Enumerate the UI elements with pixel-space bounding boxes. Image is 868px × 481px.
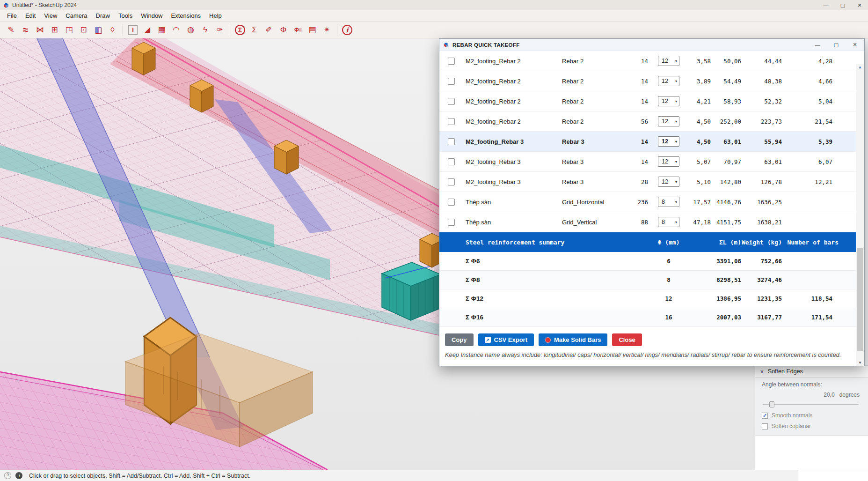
- corner-bars-icon[interactable]: ◳: [63, 23, 75, 36]
- schedule-table-icon[interactable]: ▤: [306, 23, 319, 36]
- chevron-down-icon: ▾: [675, 180, 679, 184]
- menu-item-tools[interactable]: Tools: [114, 10, 137, 21]
- diameter-select[interactable]: 12 ▾: [658, 156, 679, 167]
- row-count: 236: [617, 199, 648, 206]
- soften-edges-body: Angle between normals: 20,0degrees ✓ Smo…: [755, 377, 868, 434]
- menu-item-edit[interactable]: Edit: [21, 10, 40, 21]
- row-type: Rebar 3: [562, 138, 617, 145]
- row-type: Rebar 2: [562, 118, 617, 125]
- dialog-titlebar[interactable]: REBAR QUICK TAKEOFF — ▢ ✕: [439, 39, 864, 51]
- diameter-list-icon[interactable]: Φ≡: [292, 23, 304, 36]
- dome-mesh-icon[interactable]: ◍: [184, 23, 197, 36]
- takeoff-selection-icon[interactable]: Ʃ: [248, 23, 261, 36]
- angle-slider[interactable]: [763, 401, 859, 407]
- tools-icon[interactable]: ✴: [321, 23, 333, 36]
- diameter-select[interactable]: 12 ▾: [658, 76, 679, 86]
- eraser-icon[interactable]: ◊: [106, 23, 119, 36]
- draw-rebar-icon[interactable]: ✎: [5, 23, 17, 36]
- scrollbar-thumb[interactable]: [857, 248, 863, 351]
- dialog-maximize-button[interactable]: ▢: [827, 39, 846, 51]
- angle-unit: degrees: [839, 392, 860, 398]
- row-name: M2_footing_Rebar 3: [466, 178, 562, 185]
- row-weight: 1636,25: [741, 199, 782, 206]
- slider-thumb[interactable]: [769, 401, 774, 407]
- solid-box-icon[interactable]: ◧: [92, 23, 104, 36]
- scroll-up-icon[interactable]: ▲: [856, 64, 864, 71]
- dialog-scrollbar[interactable]: ▲ ▼: [856, 64, 864, 366]
- row-name: M2_footing_Rebar 2: [466, 98, 562, 105]
- window-maximize-button[interactable]: ▢: [834, 0, 851, 10]
- center-bars-icon[interactable]: ⊡: [77, 23, 90, 36]
- rebar-shape-icon[interactable]: ≈: [19, 23, 32, 36]
- window-close-button[interactable]: ✕: [851, 0, 868, 10]
- text-tag-icon[interactable]: I: [128, 25, 138, 35]
- summary-row-weight: 3167,77: [741, 314, 782, 321]
- row-checkbox[interactable]: [448, 219, 455, 226]
- diameter-select[interactable]: 12 ▾: [658, 136, 679, 147]
- soften-coplanar-checkbox[interactable]: [762, 423, 768, 429]
- summary-col-weight: Weight (kg): [741, 239, 782, 246]
- row-bars: 21,54: [782, 118, 839, 125]
- curved-rebar-icon[interactable]: ◠: [170, 23, 182, 36]
- edit-rebar-icon[interactable]: ✑: [213, 23, 226, 36]
- triangle-mesh-icon[interactable]: ◢: [141, 23, 153, 36]
- scroll-down-icon[interactable]: ▼: [856, 359, 864, 366]
- info-icon[interactable]: i: [342, 25, 352, 35]
- row-length: 5,10: [689, 178, 711, 185]
- diameter-mark-icon[interactable]: Φ: [277, 23, 290, 36]
- diameter-select[interactable]: 8 ▾: [658, 217, 679, 227]
- row-checkbox[interactable]: [448, 58, 455, 65]
- menu-item-help[interactable]: Help: [205, 10, 226, 21]
- summary-row: Σ Φ12 12 1386,95 1231,35 118,54: [439, 289, 856, 308]
- dialog-minimize-button[interactable]: —: [808, 39, 827, 51]
- menu-item-draw[interactable]: Draw: [92, 10, 114, 21]
- smooth-normals-checkbox[interactable]: ✓: [762, 413, 768, 419]
- menu-item-window[interactable]: Window: [137, 10, 167, 21]
- summary-row-bars: 118,54: [782, 295, 839, 302]
- red-dot-icon: [545, 337, 551, 343]
- row-checkbox[interactable]: [448, 158, 455, 165]
- row-checkbox[interactable]: [448, 199, 455, 206]
- takeoff-edit-icon[interactable]: ✐: [263, 23, 275, 36]
- rebar-array-icon[interactable]: ⊞: [48, 23, 61, 36]
- grid-mesh-icon[interactable]: ▦: [155, 23, 168, 36]
- info-icon[interactable]: i: [15, 472, 22, 479]
- mirror-rebar-icon[interactable]: ⋈: [34, 23, 46, 36]
- row-checkbox[interactable]: [448, 78, 455, 85]
- angle-label: Angle between normals:: [762, 381, 860, 388]
- close-button[interactable]: Close: [612, 333, 642, 346]
- make-solid-bars-button[interactable]: Make Solid Bars: [539, 333, 607, 346]
- row-checkbox[interactable]: [448, 178, 455, 185]
- rebar-quick-takeoff-icon[interactable]: Σ: [235, 25, 245, 35]
- chevron-down-icon: ▾: [675, 119, 679, 124]
- diameter-select[interactable]: 8 ▾: [658, 197, 679, 207]
- soften-edges-header[interactable]: ∨ Soften Edges: [755, 365, 868, 377]
- spiral-rebar-icon[interactable]: ϟ: [199, 23, 212, 36]
- menu-item-camera[interactable]: Camera: [61, 10, 91, 21]
- row-bars: 5,39: [782, 138, 839, 145]
- menu-item-file[interactable]: File: [3, 10, 21, 21]
- summary-row-phi: 8: [648, 276, 689, 283]
- row-checkbox[interactable]: [448, 98, 455, 105]
- csv-export-button[interactable]: ↗ CSV Export: [478, 333, 534, 346]
- menu-item-view[interactable]: View: [40, 10, 61, 21]
- diameter-select[interactable]: 12 ▾: [658, 96, 679, 106]
- measurements-box[interactable]: [798, 470, 868, 481]
- diameter-select[interactable]: 12 ▾: [658, 56, 679, 66]
- diameter-select[interactable]: 12 ▾: [658, 116, 679, 126]
- row-name: M2_footing_Rebar 3: [466, 138, 562, 145]
- dialog-close-button[interactable]: ✕: [846, 39, 864, 51]
- window-minimize-button[interactable]: —: [817, 0, 834, 10]
- copy-button[interactable]: Copy: [445, 333, 474, 346]
- menu-item-extensions[interactable]: Extensions: [167, 10, 205, 21]
- row-checkbox[interactable]: [448, 138, 455, 145]
- row-checkbox[interactable]: [448, 118, 455, 125]
- summary-col-phi: Φ (mm): [648, 239, 689, 246]
- row-name: M2_footing_Rebar 2: [466, 78, 562, 85]
- diameter-select[interactable]: 12 ▾: [658, 177, 679, 187]
- row-weight: 126,78: [741, 178, 782, 185]
- row-count: 14: [617, 138, 648, 145]
- row-weight: 52,32: [741, 98, 782, 105]
- summary-row: Σ Φ6 6 3391,08 752,66: [439, 252, 856, 271]
- help-icon[interactable]: ?: [4, 472, 11, 479]
